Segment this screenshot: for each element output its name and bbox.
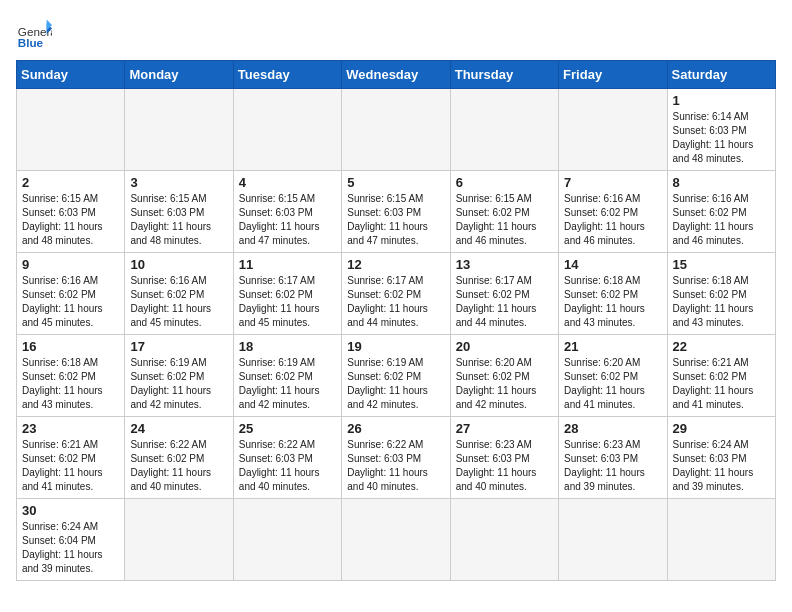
- cell-info: Sunrise: 6:23 AMSunset: 6:03 PMDaylight:…: [456, 438, 553, 494]
- calendar-cell: [125, 89, 233, 171]
- calendar-cell: 1Sunrise: 6:14 AMSunset: 6:03 PMDaylight…: [667, 89, 775, 171]
- calendar-cell: 30Sunrise: 6:24 AMSunset: 6:04 PMDayligh…: [17, 499, 125, 581]
- week-row-4: 16Sunrise: 6:18 AMSunset: 6:02 PMDayligh…: [17, 335, 776, 417]
- cell-info: Sunrise: 6:15 AMSunset: 6:03 PMDaylight:…: [22, 192, 119, 248]
- calendar-cell: 26Sunrise: 6:22 AMSunset: 6:03 PMDayligh…: [342, 417, 450, 499]
- cell-info: Sunrise: 6:20 AMSunset: 6:02 PMDaylight:…: [564, 356, 661, 412]
- page-header: General Blue: [16, 16, 776, 52]
- calendar-cell: [342, 499, 450, 581]
- day-number: 5: [347, 175, 444, 190]
- cell-info: Sunrise: 6:15 AMSunset: 6:03 PMDaylight:…: [347, 192, 444, 248]
- weekday-header-wednesday: Wednesday: [342, 61, 450, 89]
- week-row-2: 2Sunrise: 6:15 AMSunset: 6:03 PMDaylight…: [17, 171, 776, 253]
- day-number: 14: [564, 257, 661, 272]
- calendar-cell: 21Sunrise: 6:20 AMSunset: 6:02 PMDayligh…: [559, 335, 667, 417]
- calendar-cell: 15Sunrise: 6:18 AMSunset: 6:02 PMDayligh…: [667, 253, 775, 335]
- cell-info: Sunrise: 6:15 AMSunset: 6:02 PMDaylight:…: [456, 192, 553, 248]
- weekday-header-tuesday: Tuesday: [233, 61, 341, 89]
- day-number: 27: [456, 421, 553, 436]
- calendar-cell: 24Sunrise: 6:22 AMSunset: 6:02 PMDayligh…: [125, 417, 233, 499]
- calendar-cell: 4Sunrise: 6:15 AMSunset: 6:03 PMDaylight…: [233, 171, 341, 253]
- cell-info: Sunrise: 6:14 AMSunset: 6:03 PMDaylight:…: [673, 110, 770, 166]
- day-number: 12: [347, 257, 444, 272]
- day-number: 16: [22, 339, 119, 354]
- calendar-cell: 2Sunrise: 6:15 AMSunset: 6:03 PMDaylight…: [17, 171, 125, 253]
- cell-info: Sunrise: 6:22 AMSunset: 6:03 PMDaylight:…: [239, 438, 336, 494]
- day-number: 26: [347, 421, 444, 436]
- calendar-cell: 28Sunrise: 6:23 AMSunset: 6:03 PMDayligh…: [559, 417, 667, 499]
- day-number: 3: [130, 175, 227, 190]
- calendar-cell: 5Sunrise: 6:15 AMSunset: 6:03 PMDaylight…: [342, 171, 450, 253]
- calendar-cell: 18Sunrise: 6:19 AMSunset: 6:02 PMDayligh…: [233, 335, 341, 417]
- cell-info: Sunrise: 6:24 AMSunset: 6:03 PMDaylight:…: [673, 438, 770, 494]
- cell-info: Sunrise: 6:22 AMSunset: 6:02 PMDaylight:…: [130, 438, 227, 494]
- cell-info: Sunrise: 6:17 AMSunset: 6:02 PMDaylight:…: [239, 274, 336, 330]
- weekday-header-row: SundayMondayTuesdayWednesdayThursdayFrid…: [17, 61, 776, 89]
- day-number: 7: [564, 175, 661, 190]
- cell-info: Sunrise: 6:20 AMSunset: 6:02 PMDaylight:…: [456, 356, 553, 412]
- calendar-cell: [233, 89, 341, 171]
- calendar-cell: 23Sunrise: 6:21 AMSunset: 6:02 PMDayligh…: [17, 417, 125, 499]
- cell-info: Sunrise: 6:15 AMSunset: 6:03 PMDaylight:…: [130, 192, 227, 248]
- day-number: 20: [456, 339, 553, 354]
- calendar-cell: 27Sunrise: 6:23 AMSunset: 6:03 PMDayligh…: [450, 417, 558, 499]
- week-row-6: 30Sunrise: 6:24 AMSunset: 6:04 PMDayligh…: [17, 499, 776, 581]
- weekday-header-monday: Monday: [125, 61, 233, 89]
- cell-info: Sunrise: 6:16 AMSunset: 6:02 PMDaylight:…: [673, 192, 770, 248]
- day-number: 17: [130, 339, 227, 354]
- calendar-cell: 20Sunrise: 6:20 AMSunset: 6:02 PMDayligh…: [450, 335, 558, 417]
- calendar-cell: 13Sunrise: 6:17 AMSunset: 6:02 PMDayligh…: [450, 253, 558, 335]
- calendar-cell: 11Sunrise: 6:17 AMSunset: 6:02 PMDayligh…: [233, 253, 341, 335]
- day-number: 4: [239, 175, 336, 190]
- weekday-header-saturday: Saturday: [667, 61, 775, 89]
- calendar-cell: [125, 499, 233, 581]
- day-number: 10: [130, 257, 227, 272]
- cell-info: Sunrise: 6:22 AMSunset: 6:03 PMDaylight:…: [347, 438, 444, 494]
- day-number: 11: [239, 257, 336, 272]
- cell-info: Sunrise: 6:16 AMSunset: 6:02 PMDaylight:…: [22, 274, 119, 330]
- calendar-cell: 14Sunrise: 6:18 AMSunset: 6:02 PMDayligh…: [559, 253, 667, 335]
- calendar-cell: 9Sunrise: 6:16 AMSunset: 6:02 PMDaylight…: [17, 253, 125, 335]
- weekday-header-sunday: Sunday: [17, 61, 125, 89]
- day-number: 19: [347, 339, 444, 354]
- calendar-cell: 3Sunrise: 6:15 AMSunset: 6:03 PMDaylight…: [125, 171, 233, 253]
- cell-info: Sunrise: 6:17 AMSunset: 6:02 PMDaylight:…: [456, 274, 553, 330]
- cell-info: Sunrise: 6:18 AMSunset: 6:02 PMDaylight:…: [673, 274, 770, 330]
- cell-info: Sunrise: 6:19 AMSunset: 6:02 PMDaylight:…: [239, 356, 336, 412]
- calendar-cell: 12Sunrise: 6:17 AMSunset: 6:02 PMDayligh…: [342, 253, 450, 335]
- week-row-1: 1Sunrise: 6:14 AMSunset: 6:03 PMDaylight…: [17, 89, 776, 171]
- day-number: 18: [239, 339, 336, 354]
- svg-text:Blue: Blue: [18, 36, 44, 49]
- day-number: 28: [564, 421, 661, 436]
- week-row-3: 9Sunrise: 6:16 AMSunset: 6:02 PMDaylight…: [17, 253, 776, 335]
- day-number: 6: [456, 175, 553, 190]
- calendar-cell: 6Sunrise: 6:15 AMSunset: 6:02 PMDaylight…: [450, 171, 558, 253]
- calendar-cell: [667, 499, 775, 581]
- cell-info: Sunrise: 6:18 AMSunset: 6:02 PMDaylight:…: [564, 274, 661, 330]
- calendar-cell: 10Sunrise: 6:16 AMSunset: 6:02 PMDayligh…: [125, 253, 233, 335]
- calendar-cell: 16Sunrise: 6:18 AMSunset: 6:02 PMDayligh…: [17, 335, 125, 417]
- calendar-cell: [450, 499, 558, 581]
- day-number: 24: [130, 421, 227, 436]
- weekday-header-friday: Friday: [559, 61, 667, 89]
- cell-info: Sunrise: 6:15 AMSunset: 6:03 PMDaylight:…: [239, 192, 336, 248]
- logo-icon: General Blue: [16, 16, 52, 52]
- calendar-cell: [450, 89, 558, 171]
- day-number: 22: [673, 339, 770, 354]
- cell-info: Sunrise: 6:18 AMSunset: 6:02 PMDaylight:…: [22, 356, 119, 412]
- day-number: 2: [22, 175, 119, 190]
- cell-info: Sunrise: 6:16 AMSunset: 6:02 PMDaylight:…: [130, 274, 227, 330]
- day-number: 23: [22, 421, 119, 436]
- calendar-cell: 7Sunrise: 6:16 AMSunset: 6:02 PMDaylight…: [559, 171, 667, 253]
- calendar-cell: [17, 89, 125, 171]
- day-number: 21: [564, 339, 661, 354]
- day-number: 25: [239, 421, 336, 436]
- logo: General Blue: [16, 16, 58, 52]
- calendar-cell: 29Sunrise: 6:24 AMSunset: 6:03 PMDayligh…: [667, 417, 775, 499]
- cell-info: Sunrise: 6:24 AMSunset: 6:04 PMDaylight:…: [22, 520, 119, 576]
- cell-info: Sunrise: 6:19 AMSunset: 6:02 PMDaylight:…: [130, 356, 227, 412]
- calendar-cell: [233, 499, 341, 581]
- calendar-cell: 8Sunrise: 6:16 AMSunset: 6:02 PMDaylight…: [667, 171, 775, 253]
- cell-info: Sunrise: 6:19 AMSunset: 6:02 PMDaylight:…: [347, 356, 444, 412]
- cell-info: Sunrise: 6:17 AMSunset: 6:02 PMDaylight:…: [347, 274, 444, 330]
